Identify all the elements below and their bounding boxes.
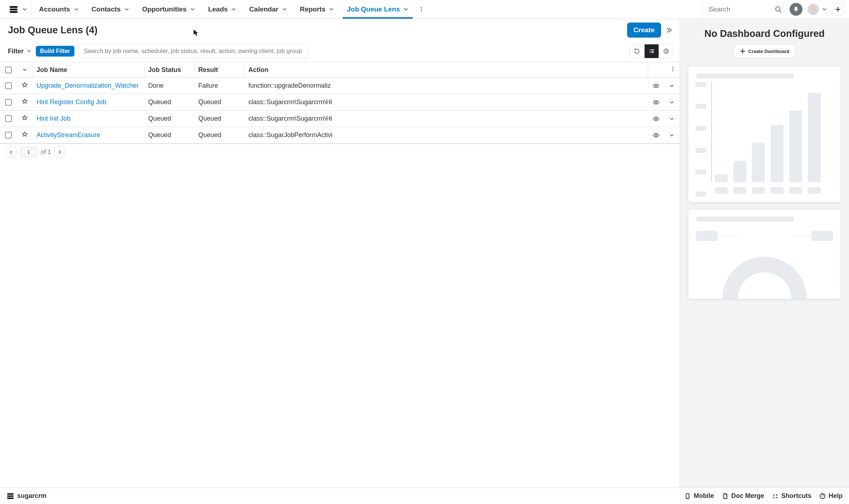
col-job-name[interactable]: Job Name [33, 62, 145, 77]
row-checkbox[interactable] [5, 99, 12, 106]
nav-item-contacts[interactable]: Contacts [87, 0, 134, 19]
svg-point-35 [687, 498, 688, 498]
select-all-checkbox[interactable] [5, 67, 12, 73]
row-select [0, 99, 16, 106]
row-checkbox[interactable] [5, 82, 12, 89]
chevron-down-icon[interactable] [403, 7, 408, 12]
activity-view-button[interactable] [659, 44, 673, 58]
row-preview[interactable] [648, 115, 664, 122]
pager-prev[interactable] [6, 147, 16, 158]
chevron-down-icon[interactable] [74, 7, 79, 12]
brand[interactable] [5, 0, 31, 19]
cta-label: Create Dashboard [748, 49, 790, 54]
row-expand[interactable] [664, 100, 680, 105]
row-expand[interactable] [664, 83, 680, 88]
global-search [703, 0, 785, 19]
chevron-down-icon[interactable] [329, 7, 334, 12]
nav-left [0, 0, 31, 19]
footer-shortcuts[interactable]: Shortcuts [772, 492, 811, 500]
row-expand[interactable] [664, 133, 680, 138]
build-filter-chip[interactable]: Build Filter [36, 46, 74, 57]
nav-item-accounts[interactable]: Accounts [35, 0, 83, 19]
col-job-status[interactable]: Job Status [145, 62, 195, 77]
row-fav[interactable] [16, 98, 33, 106]
row-fav[interactable] [16, 82, 33, 90]
job-link[interactable]: ActivityStreamErasure [37, 131, 100, 139]
nav-item-label: Calendar [249, 5, 278, 13]
row-expand[interactable] [664, 116, 680, 121]
footer-help[interactable]: ? Help [819, 492, 843, 500]
global-search-input[interactable] [708, 3, 769, 16]
job-link[interactable]: Hint Register Config Job [37, 98, 106, 106]
col-label: Job Status [148, 66, 181, 74]
create-button[interactable]: Create [627, 23, 661, 38]
legend-left [696, 231, 718, 241]
nav-item-calendar[interactable]: Calendar [245, 0, 291, 19]
pager-next[interactable] [54, 147, 65, 158]
list-view-button[interactable] [644, 44, 659, 58]
nav-more-button[interactable] [415, 0, 428, 19]
svg-point-26 [655, 118, 657, 119]
svg-point-19 [672, 68, 673, 69]
refresh-button[interactable] [630, 44, 644, 58]
select-all-cell [0, 62, 16, 77]
mouse-cursor-icon [193, 29, 198, 37]
row-preview[interactable] [648, 82, 664, 89]
cell-result: Queued [195, 131, 245, 139]
cell-job-name: Hint Register Config Job [33, 98, 145, 106]
svg-point-18 [672, 67, 673, 68]
create-dashboard-button[interactable]: Create Dashboard [734, 44, 796, 58]
svg-point-22 [655, 85, 657, 86]
svg-rect-31 [7, 493, 14, 495]
nav-item-opportunities[interactable]: Opportunities [138, 0, 200, 19]
search-button[interactable] [772, 3, 785, 16]
quick-create-button[interactable] [832, 3, 844, 15]
job-link[interactable]: Upgrade_Denormalization_Watcher [37, 82, 139, 89]
collapse-right-panel-icon[interactable] [665, 27, 673, 33]
pager-of: of 1 [41, 149, 51, 156]
footer-mobile[interactable]: Mobile [684, 492, 714, 500]
chevron-down-icon[interactable] [231, 7, 236, 12]
pager-input[interactable] [20, 147, 37, 158]
nav-item-label: Leads [208, 5, 228, 13]
table-row: Hint Register Config Job Queued Queued c… [0, 94, 680, 111]
filter-dropdown[interactable]: Filter [8, 48, 31, 55]
filter-label: Filter [8, 48, 24, 55]
svg-point-3 [421, 7, 422, 8]
star-icon [21, 98, 28, 106]
svg-text:?: ? [821, 494, 824, 498]
footer-docmerge[interactable]: Doc Merge [722, 492, 764, 500]
row-fav[interactable] [16, 131, 33, 139]
chevron-down-icon[interactable] [22, 67, 27, 72]
row-preview[interactable] [648, 99, 664, 106]
svg-marker-21 [22, 82, 27, 87]
col-menu[interactable] [664, 62, 680, 77]
list-search-input[interactable] [83, 47, 303, 55]
job-link[interactable]: Hint Init Job [37, 115, 71, 122]
axis [711, 82, 712, 182]
nav-item-reports[interactable]: Reports [296, 0, 339, 19]
dashlet-donut-skeleton [688, 209, 841, 299]
row-fav[interactable] [16, 115, 33, 123]
chevron-down-icon [26, 49, 31, 54]
chevron-down-icon[interactable] [124, 7, 129, 12]
notifications-button[interactable] [790, 3, 802, 16]
nav-item-label: Reports [300, 5, 326, 13]
nav-item-leads[interactable]: Leads [204, 0, 241, 19]
user-menu[interactable] [807, 4, 827, 15]
bars [715, 93, 834, 182]
row-checkbox[interactable] [5, 132, 12, 139]
row-checkbox[interactable] [5, 115, 12, 122]
left-panel: Job Queue Lens (4) Create Filter Build F… [0, 19, 680, 488]
col-result[interactable]: Result [195, 62, 245, 77]
cell-result: Queued [195, 115, 245, 122]
cell-job-status: Done [145, 82, 195, 89]
footer-right: Mobile Doc Merge Shortcuts ? Help [684, 492, 843, 500]
row-preview[interactable] [648, 132, 664, 139]
chevron-down-icon[interactable] [282, 7, 287, 12]
nav-item-job-queue-lens[interactable]: Job Queue Lens [343, 0, 413, 19]
chevron-down-icon[interactable] [190, 7, 195, 12]
cell-job-name: Hint Init Job [33, 115, 145, 122]
col-action[interactable]: Action [245, 62, 648, 77]
col-label: Job Name [37, 66, 67, 74]
